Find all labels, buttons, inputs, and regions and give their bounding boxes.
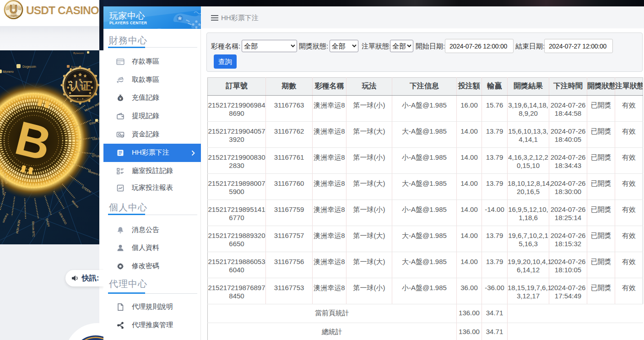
svg-text:CASINO: CASINO — [8, 15, 19, 17]
svg-text:✦－✦: ✦－✦ — [76, 97, 84, 100]
svg-text:Bytecoin: Bytecoin — [73, 52, 84, 54]
svg-text:U: U — [9, 3, 17, 16]
svg-text:Monero: Monero — [3, 70, 14, 73]
svg-text:¥: ¥ — [119, 97, 122, 101]
svg-text:Dogecoin: Dogecoin — [22, 65, 36, 69]
svg-text:Bitcoin BTC: Bitcoin BTC — [32, 221, 35, 237]
svg-text:USDT CASINO: USDT CASINO — [26, 4, 99, 16]
svg-text:Lisk LSK: Lisk LSK — [92, 136, 99, 140]
svg-text:认证: 认证 — [69, 80, 91, 92]
